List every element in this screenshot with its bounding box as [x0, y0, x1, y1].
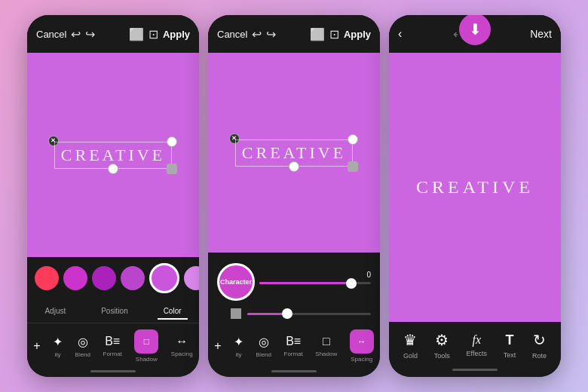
redo-icon-1[interactable]: ↪ — [85, 27, 95, 41]
color-swatch-purple2[interactable] — [92, 266, 116, 290]
tools-label-3: Tools — [434, 352, 450, 360]
effects-icon-3: fx — [472, 333, 481, 347]
tool-rotate-3[interactable]: ↻ Rote — [532, 331, 547, 360]
handle-tr-2[interactable] — [348, 134, 358, 145]
tool-gold-3[interactable]: ♛ Gold — [403, 331, 418, 360]
undo-icon-1[interactable]: ↩ — [71, 27, 81, 41]
cancel-button-1[interactable]: Cancel — [36, 29, 66, 40]
redo-icon-2[interactable]: ↪ — [266, 27, 276, 41]
shadow-icon-highlight-1: □ — [134, 329, 158, 354]
apply-button-2[interactable]: Apply — [344, 29, 371, 40]
line-fill — [247, 313, 284, 315]
layers-icon-1[interactable]: ⊡ — [149, 27, 158, 41]
tool-spacing-1[interactable]: ↔ Spacing — [171, 335, 193, 357]
top-bar-left-1: Cancel ↩ ↪ — [36, 27, 95, 41]
phone-card-3: ‹ ↩ ↪ ⬇ Next CREATIVE ♛ Gold ⚙ Tools fx — [389, 15, 561, 377]
color-swatch-light1[interactable] — [184, 266, 199, 290]
download-circle-container: ⬇ — [457, 15, 493, 47]
crown-icon-3: ♛ — [403, 331, 417, 349]
color-swatch-active[interactable] — [149, 263, 179, 293]
format-icon-1: B≡ — [105, 335, 120, 348]
handle-bc-2[interactable] — [289, 161, 299, 172]
blend-label-2: Blend — [256, 351, 271, 358]
tool-format-1[interactable]: B≡ Format — [103, 335, 122, 357]
line-section — [217, 308, 371, 319]
tab-position-1[interactable]: Position — [95, 304, 134, 320]
opacity-icon-2: ✦ — [234, 335, 243, 349]
opacity-icon-1: ✦ — [53, 335, 63, 349]
color-swatch-purple1[interactable] — [63, 266, 87, 290]
blend-icon-2: ◎ — [259, 335, 269, 349]
tool-shadow-1[interactable]: □ Shadow — [134, 329, 158, 363]
apply-button-1[interactable]: Apply — [163, 29, 190, 40]
handle-br-2[interactable] — [348, 161, 358, 172]
blend-label-1: Blend — [75, 351, 90, 358]
layers-icon-2[interactable]: ⊡ — [329, 27, 339, 41]
tool-spacing-2[interactable]: ↔ Spacing — [350, 329, 374, 363]
undo-icon-2[interactable]: ↩ — [252, 27, 262, 41]
line-row — [217, 308, 371, 319]
char-value: 0 — [366, 271, 371, 279]
character-fill — [259, 282, 348, 284]
spacing-icon-1: ↔ — [176, 335, 188, 348]
tool-opacity-1[interactable]: ✦ ity — [53, 335, 63, 358]
back-button-3[interactable]: ‹ — [398, 27, 402, 41]
eraser-icon-1[interactable]: ⬜ — [129, 27, 144, 41]
color-row-1 — [35, 263, 191, 293]
handle-br-1[interactable] — [167, 164, 177, 174]
tools-icon-3: ⚙ — [435, 331, 449, 349]
next-button-3[interactable]: Next — [530, 28, 552, 40]
handle-bc-1[interactable] — [108, 164, 118, 174]
handle-tr-1[interactable] — [167, 136, 177, 147]
color-swatch-red[interactable] — [35, 266, 59, 290]
text-label-3: Text — [504, 351, 516, 359]
tool-add-2[interactable]: + — [214, 339, 221, 353]
color-swatch-purple3[interactable] — [121, 266, 145, 290]
spacing-icon-highlight-2: ↔ — [350, 329, 374, 354]
tool-shadow-2[interactable]: □ Shadow — [315, 335, 337, 357]
line-thumb[interactable] — [282, 308, 292, 319]
tool-blend-1[interactable]: ◎ Blend — [75, 335, 90, 358]
tab-color-1[interactable]: Color — [158, 304, 188, 320]
bottom-panel-1: Adjust Position Color + ✦ ity ◎ Blend B≡… — [27, 257, 199, 377]
color-panel-1 — [27, 257, 199, 301]
character-thumb[interactable] — [346, 278, 357, 289]
text-icon-3: T — [505, 332, 513, 348]
tool-add-1[interactable]: + — [33, 339, 40, 353]
tool-opacity-2[interactable]: ✦ ity — [234, 335, 243, 358]
text-container-1[interactable]: ✕ CREATIVE — [54, 142, 172, 169]
tool-effects-3[interactable]: fx Effects — [467, 333, 487, 357]
tool-text-3[interactable]: T Text — [504, 332, 516, 359]
text-container-2[interactable]: ✕ CREATIVE — [235, 139, 353, 167]
phone-card-2: Cancel ↩ ↪ ⬜ ⊡ Apply ✕ CREATIVE Characte… — [208, 15, 380, 377]
cancel-button-2[interactable]: Cancel — [217, 29, 247, 40]
gold-label-3: Gold — [403, 352, 418, 360]
shadow-icon-2: □ — [323, 335, 330, 348]
spacing-label-1: Spacing — [171, 351, 193, 357]
eraser-icon-2[interactable]: ⬜ — [310, 27, 325, 41]
download-button-3[interactable]: ⬇ — [457, 15, 493, 47]
tool-format-2[interactable]: B≡ Format — [284, 335, 303, 357]
slider-panel-2: Character . 0 — [208, 253, 380, 323]
shadow-label-1: Shadow — [136, 356, 158, 363]
top-bar-right-2: ⬜ ⊡ Apply — [310, 27, 371, 41]
top-bar-1: Cancel ↩ ↪ ⬜ ⊡ Apply — [27, 15, 199, 53]
opacity-label-1: ity — [55, 351, 61, 358]
tool-blend-2[interactable]: ◎ Blend — [256, 335, 271, 358]
creative-text-3: CREATIVE — [416, 177, 534, 198]
top-bar-3: ‹ ↩ ↪ ⬇ Next — [389, 15, 561, 53]
line-track[interactable] — [247, 313, 371, 315]
canvas-1: ✕ CREATIVE — [27, 53, 199, 257]
tab-row-1: Adjust Position Color — [27, 301, 199, 323]
bottom-panel-3: ♛ Gold ⚙ Tools fx Effects T Text ↻ Rote — [389, 322, 561, 377]
toolbar-row-1: + ✦ ity ◎ Blend B≡ Format □ Shadow ↔ — [27, 323, 199, 370]
gold-panel-3: ♛ Gold ⚙ Tools fx Effects T Text ↻ Rote — [389, 322, 561, 369]
toolbar-row-2: + ✦ ity ◎ Blend B≡ Format □ Shadow ↔ — [208, 323, 380, 370]
shadow-label-2: Shadow — [315, 351, 337, 357]
effects-label-3: Effects — [467, 350, 487, 357]
tool-tools-3[interactable]: ⚙ Tools — [434, 331, 450, 360]
character-popup-circle[interactable]: Character — [217, 263, 255, 301]
tab-adjust-1[interactable]: Adjust — [38, 304, 72, 320]
spacing-label-2: Spacing — [351, 356, 372, 363]
character-track[interactable] — [259, 282, 371, 284]
